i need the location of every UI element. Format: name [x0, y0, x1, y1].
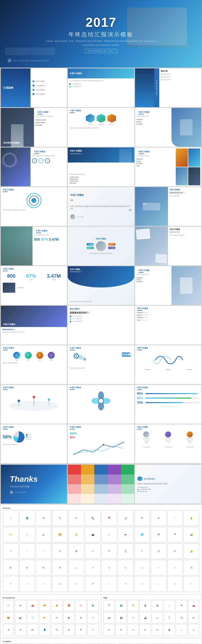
t-item1: Simplicity — [136, 119, 170, 120]
accent-bar-20 — [137, 429, 142, 429]
hero-desc2: corporate and creative needs. — [46, 44, 156, 46]
slide-line-chart: 年度工作概述 66% 96% — [68, 424, 134, 463]
map-icons-grid: 📍 🌍 🧭 🛣 🏢 ⌂ ⚑ 🚗 🚌 🚂 ✈ 🚢 🚲 🚶 🔍 ⊕ ⊖ ⧉ ↝ ➤ … — [104, 600, 200, 635]
ic-camera: 📷 — [85, 527, 101, 543]
ec-gift: 🎁 — [63, 600, 74, 611]
ic-music: ♫ — [102, 527, 117, 543]
det-1: Simplicity ──── — [137, 312, 199, 313]
hero-logo: ✦ JAYI DESIGN PRESENTATION — [8, 59, 49, 63]
finger-text: 年度工作概述文字内容 — [136, 274, 170, 275]
map-compass: 🧭 — [128, 600, 139, 611]
map-area: ▣ — [164, 624, 175, 635]
slide-dotted: 暂定方案设计 更新换来更好设计！ 年终工作概述内容 年终工作概述内容 年终工作概… — [68, 306, 134, 345]
palette-orange-3 — [81, 484, 94, 494]
map-info: ℹ — [188, 624, 199, 635]
person-name: 工作人员姓名 — [77, 216, 84, 218]
ic-map: 🗺 — [151, 527, 166, 543]
outline-diamond-4 — [32, 93, 35, 95]
ic-calendar: 📅 — [102, 510, 117, 526]
circle-01: 01 — [32, 158, 37, 163]
slide-headphones: 年度工作概述 年度工作概述年度工作概述年度工作概述 01 02 03 — [1, 147, 67, 186]
ec-money: 💰 — [51, 600, 62, 611]
big-stat-1: 800 — [7, 273, 15, 279]
ic-g-23: × — [167, 576, 183, 592]
ic-flag: ⚑ — [134, 510, 150, 526]
slide-quote: 年度工作概述 " 年度工作总结内容文字描述年度工作总结内容文字描述年度工作总结内… — [68, 187, 134, 226]
accent-bar-4 — [138, 114, 144, 114]
testimonial-3: John Smith 工作人员 " 工作总结内容 — [180, 431, 200, 448]
icon-section-title-ecommerce: E-commerce — [3, 597, 99, 599]
tablet-desc: 年度工作概述文字说明 — [136, 115, 170, 117]
ic-user: 👤 — [19, 510, 35, 526]
slide-finger-tablet: 年度工作概述 年度工作概述文字内容 Simplicity Quality Fle… — [135, 266, 201, 305]
accent-bar-6 — [138, 153, 144, 154]
ic-settings: ⚙ — [36, 510, 52, 526]
line-chart-svg — [68, 440, 134, 457]
outline-dot-3 — [32, 89, 34, 91]
slide-header-6: 年度工作概述 — [136, 149, 173, 153]
slide-cloud: 年度工作概述 工作内容 完成情况 年终总结 工作规划 年度工作概述年度工作概述文… — [68, 227, 134, 265]
ec-card: 💳 — [39, 600, 50, 611]
map-plane: ✈ — [128, 612, 139, 623]
map-road: 🛣 — [140, 600, 151, 611]
hex-icon-1 — [86, 114, 94, 123]
general-icons-grid: ⌂ 👤 ⚙ 🔍 ✉ 📞 📅 📊 ⚑ ★ ♡ 🔒 📁 📄 ☁ 📶 🔋 📷 ♫ ▶ … — [3, 510, 199, 559]
slide-map-pins: 年度工作概述 — [1, 385, 67, 424]
quote-2: " — [167, 442, 169, 446]
accent-bar-19 — [70, 429, 75, 429]
map-bike: 🚲 — [152, 612, 163, 623]
proc-1: ① — [13, 352, 20, 359]
det-4: Light ────── — [137, 319, 199, 321]
slides-grid: 汇报提纲 年终工作概述 工作完成情况 工作完成情况 年终工作概述 — [0, 68, 202, 464]
svg-point-13 — [123, 441, 124, 443]
outline-item-1: 年终工作概述 — [32, 80, 65, 83]
slide-pie: 年度工作概述 58% 类别A 类别B 类别C 年度工作完成情况概述内容 — [1, 424, 67, 463]
map-marker: ◎ — [152, 624, 163, 635]
slide-header-1: 年度工作概述 — [70, 72, 82, 75]
group-title: 年终工作概述 — [3, 323, 15, 326]
big-stat-3: 3.47M — [47, 273, 61, 279]
proc-4: ④ — [48, 352, 55, 359]
ec-cart: 🛒 — [3, 600, 14, 611]
accent-bar-10 — [138, 272, 144, 273]
f-q: Quality — [136, 279, 170, 280]
ecommerce-icons-grid: 🛒 🛍 👛 💳 💰 🎁 🏷 🏪 📦 🚛 🧾 🎫 % ▦ ⊞ ↩ ★ ♥ ⇄ 👤 … — [3, 600, 99, 635]
slide-header-12: 年度工作概述 — [1, 345, 67, 350]
slide-testimonials: 年度工作概述 John Smith 工作人员 " 工作总结内容 Lisa Smi… — [135, 424, 201, 463]
ic-cloud: ☁ — [36, 527, 52, 543]
g-item2: Quality ●●●●● — [70, 178, 132, 180]
slide-percent: 年度工作概述 96% 85% 70% — [135, 385, 201, 424]
g-item3: Flexibility ●●●○○ — [70, 180, 132, 182]
ic-tag: 🏷 — [167, 543, 183, 559]
palette-red-4 — [68, 494, 81, 504]
ic-g-1: ⊞ — [3, 560, 18, 575]
slide-woman-tablet: 年度工作概述 年终工作概述内容文字描述 800 97% 3.47M — [1, 227, 67, 265]
map-zoom-in: ⊕ — [188, 612, 199, 623]
thanks-row: Thanks 年终总结汇报演示模板 ✦ JAYI DESIGN — [0, 464, 202, 504]
wave-label-2: Timeline — [166, 369, 171, 370]
proc-arrow-3 — [44, 355, 47, 355]
slide-keyboard: 年终工作概述 更新换来更好设计！ 内容描述内容描述 — [135, 187, 201, 226]
accent-bar-14 — [137, 350, 142, 350]
keyboard-text: 内容描述内容描述 — [170, 195, 200, 197]
bubble-3: 年终总结 — [108, 243, 116, 246]
ic-cut: ✂ — [134, 543, 150, 559]
bubble-2: 完成情况 — [86, 247, 94, 249]
ec-bag: 🛍 — [15, 600, 26, 611]
palette-red-2 — [68, 474, 81, 484]
accent-bar-12 — [3, 350, 8, 350]
woman-text: 年终工作概述内容文字描述 — [34, 234, 66, 236]
slide-header-11: 年度工作概述 — [135, 306, 201, 310]
slide-header-10: 年度工作概述 — [136, 268, 170, 272]
ec-receipt: 🧾 — [27, 612, 38, 623]
wave-label-3: Process — [187, 369, 191, 370]
slide-header-5: 年度工作概述 — [32, 149, 66, 153]
palette-blue — [94, 465, 108, 474]
slide-tablet-1: 年度工作概述 年度工作概述文字说明 Simplicity Quality Fle… — [135, 108, 201, 147]
line-pct2: 96% — [70, 436, 132, 439]
ic-g-7: ◁ — [102, 560, 117, 575]
big-stat-2: 97% — [26, 273, 36, 279]
ic-battery: 🔋 — [68, 527, 84, 543]
quote-1: " — [146, 442, 147, 446]
keyboard-subtitle: 更新换来更好设计！ — [170, 192, 200, 194]
